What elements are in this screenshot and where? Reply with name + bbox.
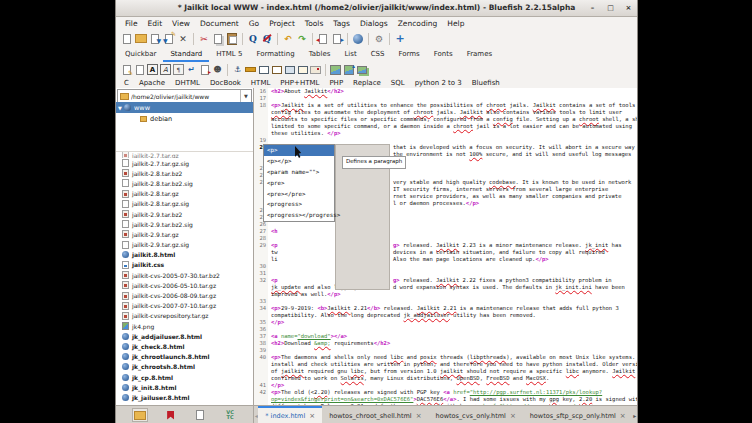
file-row[interactable]: jk_jailuser.8.html — [116, 392, 253, 402]
toolbar-tab-fonts[interactable]: Fonts — [427, 49, 460, 62]
file-row[interactable]: jk_init.8.html — [116, 382, 253, 392]
menu-file[interactable]: File — [120, 19, 143, 28]
copy-icon[interactable] — [212, 32, 224, 45]
doc-tab-index.html[interactable]: * index.html× — [258, 406, 322, 423]
table-row-icon[interactable] — [271, 64, 282, 76]
menu-zencoding[interactable]: Zencoding — [393, 19, 443, 28]
filebrowser-tab-icon[interactable] — [132, 408, 148, 422]
menu-tools[interactable]: Tools — [300, 19, 328, 28]
menu-tags[interactable]: Tags — [328, 19, 355, 28]
charmap-tab-icon[interactable]: VC TC — [223, 409, 237, 421]
lang-tab-c[interactable]: C — [119, 79, 134, 87]
close-tab-icon[interactable]: × — [416, 412, 422, 420]
lang-tab-php[interactable]: PHP — [324, 79, 348, 87]
file-row[interactable]: jailkit-2.7.tar.gz — [116, 152, 253, 158]
file-row[interactable]: jailkit-cvs-2006-08-09.tar.gz — [116, 290, 253, 300]
table-data-icon[interactable] — [297, 64, 308, 76]
toolbar-tab-list[interactable]: List — [337, 49, 363, 62]
file-row[interactable]: jailkit-2.8.tar.bz2.sig — [116, 178, 253, 188]
chevron-down-icon[interactable]: ▼ — [240, 90, 251, 102]
autocomplete-item[interactable]: <pre> — [264, 177, 334, 188]
minimize-button[interactable]: – — [588, 0, 597, 16]
menu-dialogs[interactable]: Dialogs — [355, 19, 393, 28]
tree-item-debian[interactable]: debian — [116, 113, 253, 124]
lang-tab-replace[interactable]: Replace — [348, 79, 386, 87]
menu-go[interactable]: Go — [244, 19, 264, 28]
file-row[interactable]: jailkit-2.8.tar.bz2 — [116, 168, 253, 178]
file-row[interactable]: jailkit-cvs-2006-05-10.tar.gz — [116, 280, 253, 290]
toolbar-tab-forms[interactable]: Forms — [391, 49, 426, 62]
redo-icon[interactable]: ↷ — [296, 32, 308, 45]
file-row[interactable]: jailkit-2.9.tar.gz — [116, 229, 253, 239]
document-tab-icon[interactable] — [193, 409, 207, 421]
file-row[interactable]: jailkit-2.8.tar.gz — [116, 189, 253, 199]
lang-tab-docbook[interactable]: DocBook — [205, 79, 246, 87]
toolbar-tab-tables[interactable]: Tables — [302, 49, 338, 62]
close-tab-icon[interactable]: × — [510, 412, 516, 420]
tree-item-www[interactable]: ▼www — [116, 102, 253, 113]
toolbar-tab-css[interactable]: CSS — [364, 49, 392, 62]
lang-tab-sql[interactable]: SQL — [386, 79, 410, 87]
lang-tab-bluefish[interactable]: Bluefish — [467, 79, 505, 87]
file-row[interactable]: jk_check.8.html — [116, 341, 253, 351]
autocomplete-item[interactable]: <pre></pre> — [264, 188, 334, 199]
file-row[interactable]: jailkit-2.9.tar.gz.sig — [116, 240, 253, 250]
file-row[interactable]: jailkit-cvs-2007-07-10.tar.gz — [116, 301, 253, 311]
paste-icon[interactable] — [226, 32, 238, 45]
autocomplete-item[interactable]: <param name=""> — [264, 167, 334, 178]
author-icon[interactable]: ☻ — [212, 64, 223, 76]
menu-document[interactable]: Document — [195, 19, 244, 28]
unindent-icon[interactable]: ◂ — [317, 32, 329, 45]
menu-edit[interactable]: Edit — [143, 19, 168, 28]
file-row[interactable]: jk_cp.8.html — [116, 372, 253, 382]
toolbar-tab-formatting[interactable]: Formatting — [249, 49, 301, 62]
preferences-icon[interactable]: ⚙ — [373, 32, 385, 45]
menu-help[interactable]: Help — [442, 19, 469, 28]
undo-icon[interactable]: ↶ — [282, 32, 294, 45]
file-row[interactable]: jk_chrootlaunch.8.html — [116, 352, 253, 362]
break-icon[interactable]: ↵ — [186, 64, 197, 76]
file-row[interactable]: jk_addjailuser.8.html — [116, 331, 253, 341]
lang-tab-dhtml[interactable]: DHTML — [170, 79, 205, 87]
doc-tab-howtos_sftp_scp_only.html[interactable]: howtos_sftp_scp_only.html× — [523, 406, 633, 423]
italic-icon[interactable]: A — [160, 64, 171, 76]
find-replace-icon[interactable]: Q — [261, 32, 273, 45]
close-tab-icon[interactable]: × — [620, 412, 626, 420]
lang-tab-python-2-to-3[interactable]: python 2 to 3 — [410, 79, 467, 87]
file-row[interactable]: jailkit-2.7.tar.gz.sig — [116, 158, 253, 168]
multi-thumbnail-icon[interactable] — [356, 64, 367, 76]
toolbar-tab-quickbar[interactable]: Quickbar — [118, 49, 163, 62]
doc-tab-howtos_chroot_shell.html[interactable]: howtos_chroot_shell.html× — [322, 406, 428, 423]
toolbar-tab-frames[interactable]: Frames — [460, 49, 499, 62]
toolbar-tab-html-5[interactable]: HTML 5 — [209, 49, 249, 62]
file-row[interactable]: jailkit-cvs-2005-07-30.tar.bz2 — [116, 270, 253, 280]
toolbar-tab-standard[interactable]: Standard — [163, 49, 209, 62]
lang-tab-apache[interactable]: Apache — [134, 79, 170, 87]
browser-preview-icon[interactable] — [352, 32, 364, 45]
autocomplete-item[interactable]: <progress></progress> — [264, 210, 334, 221]
comment-icon[interactable] — [310, 64, 321, 76]
cut-icon[interactable]: ✂ — [198, 32, 210, 45]
titlebar[interactable]: * Jailkit local WWW - index.html (/home2… — [116, 0, 637, 17]
anchor-icon[interactable]: ⚓ — [232, 64, 243, 76]
table-header-icon[interactable] — [284, 64, 295, 76]
thumbnail-icon[interactable]: ▴ — [343, 64, 354, 76]
code-editor[interactable]: 16<h2>About Jailkit</h2>1718<p>Jailkit i… — [254, 88, 637, 405]
doc-tab-howtos_cvs_only.html[interactable]: howtos_cvs_only.html× — [429, 406, 523, 423]
bookmarks-tab-icon[interactable] — [164, 409, 178, 421]
open-icon[interactable] — [135, 32, 147, 45]
image-icon[interactable] — [330, 64, 341, 76]
fullscreen-icon[interactable]: + — [394, 32, 406, 45]
close-document-icon[interactable]: ✕ — [177, 32, 189, 45]
body-icon[interactable] — [134, 64, 145, 76]
file-row[interactable]: jailkit-2.9.tar.bz2.sig — [116, 219, 253, 229]
close-tab-icon[interactable]: × — [309, 412, 315, 420]
file-row[interactable]: jk4.png — [116, 321, 253, 331]
autocomplete-item[interactable]: <progress> — [264, 199, 334, 210]
lang-tab-php+html[interactable]: PHP+HTML — [275, 79, 324, 87]
table-icon[interactable] — [258, 64, 269, 76]
nbsp-icon[interactable]: ▸ — [199, 64, 210, 76]
file-row[interactable]: jailkit.css — [116, 260, 253, 270]
directory-combo[interactable]: /home2/olivier/jailkit/www ▼ — [117, 89, 252, 103]
indent-icon[interactable]: ▸ — [331, 32, 343, 45]
